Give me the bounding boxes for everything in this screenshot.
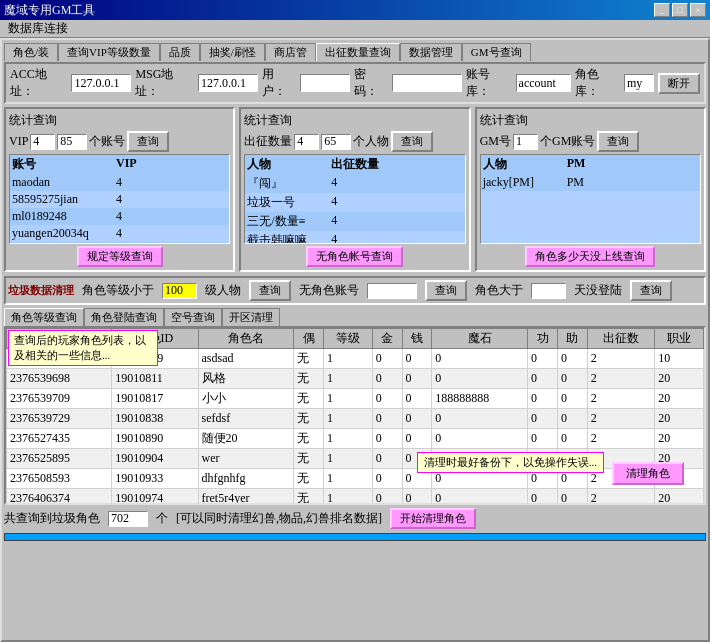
cell-zhengnum: 2 (587, 389, 655, 409)
role-input[interactable] (624, 74, 654, 92)
table-area: 查询后的玩家角色列表，以及相关的一些信息... 账号ID 角色ID 角色名 偶 … (4, 326, 706, 505)
no-role-query-btn[interactable]: 查询 (425, 280, 467, 301)
cell-magic: 0 (432, 409, 528, 429)
no-role-account-btn[interactable]: 无角色帐号查询 (306, 246, 403, 267)
tab-level-query[interactable]: 角色等级查询 (4, 308, 84, 326)
cell-id2: 19010974 (112, 489, 198, 504)
exp-sub-btn-row: 无角色帐号查询 (244, 246, 465, 267)
stat-panel-vip-inputs: VIP 个账号 查询 (9, 131, 230, 152)
tab-gm[interactable]: GM号查询 (462, 43, 531, 61)
gm-stat-label: 统计查询 (480, 112, 528, 129)
role-label: 角色库： (575, 66, 620, 100)
disconnect-button[interactable]: 断开 (658, 73, 700, 94)
cell-even: 无 (294, 469, 324, 489)
gm-list: 人物PM jacky[PM]PM (480, 154, 701, 244)
cell-id2: 19010817 (112, 389, 198, 409)
stat-panel-vip: 统计查询 VIP 个账号 查询 账号VIP maodan4 58595275ji… (4, 107, 235, 272)
cell-level: 1 (324, 469, 373, 489)
pass-input[interactable] (392, 74, 462, 92)
vip-count-input[interactable] (30, 134, 55, 150)
cell-job: 10 (655, 349, 704, 369)
table-row: 2376527435 19010890 随便20 无 1 0 0 0 0 0 2… (7, 429, 704, 449)
exp-num-input[interactable] (321, 134, 351, 150)
vip-list: 账号VIP maodan4 58595275jian4 ml01892484 y… (9, 154, 230, 244)
tab-shop[interactable]: 商店管 (265, 43, 316, 61)
exp-query-btn[interactable]: 查询 (391, 131, 433, 152)
clean-role-btn[interactable]: 清理角色 (612, 462, 684, 485)
level-input[interactable] (162, 283, 197, 299)
stat-label-1: 统计查询 (9, 112, 57, 129)
conn-bar: ACC地址： MSG地址： 用户： 密码： 账号库： 角色库： 断开 (4, 62, 706, 104)
tab-login-query[interactable]: 角色登陆查询 (84, 308, 164, 326)
cell-gold: 0 (372, 389, 402, 409)
gm-query-btn[interactable]: 查询 (597, 131, 639, 152)
cell-id1: 2376406374 (7, 489, 112, 504)
tab-expedition[interactable]: 出征数量查询 (316, 43, 400, 61)
cell-id2: 19010933 (112, 469, 198, 489)
cell-job: 20 (655, 369, 704, 389)
col-gold: 金 (372, 329, 402, 349)
status-hint: [可以同时清理幻兽,物品,幻兽排名数据] (176, 510, 382, 527)
col-name: 角色名 (198, 329, 294, 349)
cell-level: 1 (324, 489, 373, 504)
vip-query-btn[interactable]: 查询 (127, 131, 169, 152)
role-offline-days-btn[interactable]: 角色多少天没上线查询 (525, 246, 655, 267)
cell-zhu: 0 (557, 409, 587, 429)
days-query-btn[interactable]: 查询 (630, 280, 672, 301)
progress-bar (4, 533, 706, 541)
user-input[interactable] (300, 74, 350, 92)
cell-gong: 0 (528, 389, 558, 409)
window-controls: _ □ × (654, 3, 706, 17)
no-role-input[interactable] (367, 283, 417, 299)
gm-count-input[interactable] (513, 134, 538, 150)
tab-manage[interactable]: 数据管理 (400, 43, 462, 61)
info-callout: 查询后的玩家角色列表，以及相关的一些信息... (8, 330, 158, 366)
cell-id1: 2376527435 (7, 429, 112, 449)
menu-db[interactable]: 数据库连接 (4, 19, 72, 38)
cell-money: 0 (402, 369, 432, 389)
cell-magic: 0 (432, 369, 528, 389)
gm-sub-btn-row: 角色多少天没上线查询 (480, 246, 701, 267)
exp-count-input[interactable] (294, 134, 319, 150)
table-row: 2376539698 19010811 风格 无 1 0 0 0 0 0 2 2… (7, 369, 704, 389)
db-label: 账号库： (466, 66, 511, 100)
cell-gong: 0 (528, 489, 558, 504)
stat-panels: 统计查询 VIP 个账号 查询 账号VIP maodan4 58595275ji… (4, 107, 706, 272)
tab-role[interactable]: 角色/装 (4, 43, 58, 61)
maximize-button[interactable]: □ (672, 3, 688, 17)
days-input[interactable] (531, 283, 566, 299)
cell-even: 无 (294, 389, 324, 409)
level-label: 角色等级小于 (82, 282, 154, 299)
days-unit: 天没登陆 (574, 282, 622, 299)
table-row: 2376539709 19010817 小小 无 1 0 0 188888888… (7, 389, 704, 409)
cell-gold: 0 (372, 449, 402, 469)
days-label: 角色大于 (475, 282, 523, 299)
cell-money: 0 (402, 489, 432, 504)
tab-vip[interactable]: 查询VIP等级数量 (58, 43, 160, 61)
cell-gold: 0 (372, 469, 402, 489)
cell-money: 0 (402, 349, 432, 369)
trash-count-input[interactable] (108, 511, 148, 527)
vip-num-input[interactable] (57, 134, 87, 150)
exp-stat-label: 统计查询 (244, 112, 292, 129)
vip-level-query-btn[interactable]: 规定等级查询 (77, 246, 163, 267)
tab-open-area[interactable]: 开区清理 (222, 308, 280, 326)
exp-list: 人物出征数量 『闯』4 垃圾一号4 三无/数量≡4 截击韩嘛嘛4 逍遥√日度4 … (244, 154, 465, 244)
tab-lottery[interactable]: 抽奖/刷怪 (200, 43, 265, 61)
acc-input[interactable] (71, 74, 131, 92)
level-query-btn[interactable]: 查询 (249, 280, 291, 301)
cell-level: 1 (324, 409, 373, 429)
tab-empty-query[interactable]: 空号查询 (164, 308, 222, 326)
db-input[interactable] (516, 74, 571, 92)
close-button[interactable]: × (690, 3, 706, 17)
cell-zhengnum: 2 (587, 409, 655, 429)
msg-input[interactable] (198, 74, 258, 92)
cell-gong: 0 (528, 409, 558, 429)
minimize-button[interactable]: _ (654, 3, 670, 17)
cell-even: 无 (294, 489, 324, 504)
cell-even: 无 (294, 449, 324, 469)
cell-id2: 19010904 (112, 449, 198, 469)
cell-even: 无 (294, 409, 324, 429)
tab-quality[interactable]: 品质 (160, 43, 200, 61)
start-clean-btn[interactable]: 开始清理角色 (390, 508, 476, 529)
